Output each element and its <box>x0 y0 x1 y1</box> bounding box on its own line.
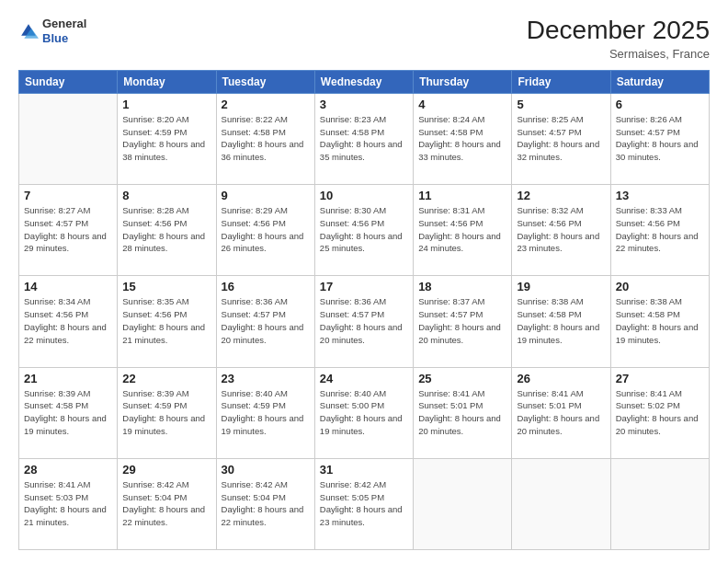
day-cell: 3Sunrise: 8:23 AM Sunset: 4:58 PM Daylig… <box>314 93 413 184</box>
day-cell: 28Sunrise: 8:41 AM Sunset: 5:03 PM Dayli… <box>19 458 118 549</box>
day-info: Sunrise: 8:37 AM Sunset: 4:57 PM Dayligh… <box>418 295 506 346</box>
day-info: Sunrise: 8:40 AM Sunset: 4:59 PM Dayligh… <box>222 387 310 438</box>
day-number: 2 <box>222 98 310 111</box>
day-cell: 10Sunrise: 8:30 AM Sunset: 4:56 PM Dayli… <box>314 185 413 276</box>
day-info: Sunrise: 8:26 AM Sunset: 4:57 PM Dayligh… <box>616 113 704 164</box>
col-monday: Monday <box>118 70 216 93</box>
day-cell: 17Sunrise: 8:36 AM Sunset: 4:57 PM Dayli… <box>314 276 413 367</box>
day-info: Sunrise: 8:28 AM Sunset: 4:56 PM Dayligh… <box>122 204 210 255</box>
day-info: Sunrise: 8:42 AM Sunset: 5:04 PM Dayligh… <box>222 478 310 529</box>
day-number: 24 <box>320 372 408 385</box>
col-friday: Friday <box>512 70 610 93</box>
day-info: Sunrise: 8:30 AM Sunset: 4:56 PM Dayligh… <box>320 204 408 255</box>
day-cell: 9Sunrise: 8:29 AM Sunset: 4:56 PM Daylig… <box>216 185 314 276</box>
day-number: 3 <box>320 98 408 111</box>
day-cell: 7Sunrise: 8:27 AM Sunset: 4:57 PM Daylig… <box>19 185 118 276</box>
day-cell: 15Sunrise: 8:35 AM Sunset: 4:56 PM Dayli… <box>118 276 216 367</box>
week-row-2: 7Sunrise: 8:27 AM Sunset: 4:57 PM Daylig… <box>19 185 710 276</box>
day-number: 27 <box>616 372 704 385</box>
day-info: Sunrise: 8:31 AM Sunset: 4:56 PM Dayligh… <box>418 204 506 255</box>
day-cell: 6Sunrise: 8:26 AM Sunset: 4:57 PM Daylig… <box>610 93 709 184</box>
day-cell: 1Sunrise: 8:20 AM Sunset: 4:59 PM Daylig… <box>118 93 216 184</box>
day-number: 31 <box>320 463 408 477</box>
day-number: 14 <box>24 280 112 293</box>
day-cell: 29Sunrise: 8:42 AM Sunset: 5:04 PM Dayli… <box>118 458 216 549</box>
day-cell: 21Sunrise: 8:39 AM Sunset: 4:58 PM Dayli… <box>19 367 118 458</box>
day-info: Sunrise: 8:38 AM Sunset: 4:58 PM Dayligh… <box>616 295 704 346</box>
day-number: 30 <box>222 463 310 477</box>
day-info: Sunrise: 8:41 AM Sunset: 5:01 PM Dayligh… <box>517 387 605 438</box>
day-info: Sunrise: 8:36 AM Sunset: 4:57 PM Dayligh… <box>222 295 310 346</box>
col-tuesday: Tuesday <box>216 70 314 93</box>
day-info: Sunrise: 8:24 AM Sunset: 4:58 PM Dayligh… <box>418 113 506 164</box>
day-number: 1 <box>122 98 210 111</box>
week-row-5: 28Sunrise: 8:41 AM Sunset: 5:03 PM Dayli… <box>19 458 710 549</box>
day-info: Sunrise: 8:40 AM Sunset: 5:00 PM Dayligh… <box>320 387 408 438</box>
day-number: 9 <box>222 189 310 202</box>
day-cell: 22Sunrise: 8:39 AM Sunset: 4:59 PM Dayli… <box>118 367 216 458</box>
day-cell: 14Sunrise: 8:34 AM Sunset: 4:56 PM Dayli… <box>19 276 118 367</box>
day-info: Sunrise: 8:25 AM Sunset: 4:57 PM Dayligh… <box>517 113 605 164</box>
day-info: Sunrise: 8:42 AM Sunset: 5:05 PM Dayligh… <box>320 478 408 529</box>
col-sunday: Sunday <box>19 70 118 93</box>
logo-blue: Blue <box>42 31 86 46</box>
day-cell: 25Sunrise: 8:41 AM Sunset: 5:01 PM Dayli… <box>414 367 512 458</box>
day-cell: 5Sunrise: 8:25 AM Sunset: 4:57 PM Daylig… <box>512 93 610 184</box>
logo: General Blue <box>18 17 86 45</box>
day-number: 25 <box>418 372 506 385</box>
day-number: 15 <box>122 280 210 293</box>
page: General Blue December 2025 Sermaises, Fr… <box>0 0 728 563</box>
logo-text: General Blue <box>42 17 86 45</box>
week-row-4: 21Sunrise: 8:39 AM Sunset: 4:58 PM Dayli… <box>19 367 710 458</box>
day-number: 28 <box>24 463 112 477</box>
day-info: Sunrise: 8:38 AM Sunset: 4:58 PM Dayligh… <box>517 295 605 346</box>
day-number: 17 <box>320 280 408 293</box>
header-row: Sunday Monday Tuesday Wednesday Thursday… <box>19 70 710 93</box>
day-info: Sunrise: 8:42 AM Sunset: 5:04 PM Dayligh… <box>122 478 210 529</box>
day-cell: 8Sunrise: 8:28 AM Sunset: 4:56 PM Daylig… <box>118 185 216 276</box>
day-cell: 12Sunrise: 8:32 AM Sunset: 4:56 PM Dayli… <box>512 185 610 276</box>
day-cell: 4Sunrise: 8:24 AM Sunset: 4:58 PM Daylig… <box>414 93 512 184</box>
day-number: 18 <box>418 280 506 293</box>
col-thursday: Thursday <box>414 70 512 93</box>
col-wednesday: Wednesday <box>314 70 413 93</box>
calendar-subtitle: Sermaises, France <box>527 47 710 61</box>
day-cell: 13Sunrise: 8:33 AM Sunset: 4:56 PM Dayli… <box>610 185 709 276</box>
day-info: Sunrise: 8:41 AM Sunset: 5:01 PM Dayligh… <box>418 387 506 438</box>
calendar-title: December 2025 <box>527 17 710 45</box>
day-cell: 26Sunrise: 8:41 AM Sunset: 5:01 PM Dayli… <box>512 367 610 458</box>
title-area: December 2025 Sermaises, France <box>527 17 710 61</box>
day-number: 4 <box>418 98 506 111</box>
logo-icon <box>18 21 39 41</box>
col-saturday: Saturday <box>610 70 709 93</box>
day-number: 21 <box>24 372 112 385</box>
day-cell: 23Sunrise: 8:40 AM Sunset: 4:59 PM Dayli… <box>216 367 314 458</box>
day-info: Sunrise: 8:41 AM Sunset: 5:03 PM Dayligh… <box>24 478 112 529</box>
week-row-1: 1Sunrise: 8:20 AM Sunset: 4:59 PM Daylig… <box>19 93 710 184</box>
day-cell: 16Sunrise: 8:36 AM Sunset: 4:57 PM Dayli… <box>216 276 314 367</box>
day-info: Sunrise: 8:22 AM Sunset: 4:58 PM Dayligh… <box>222 113 310 164</box>
day-number: 6 <box>616 98 704 111</box>
day-cell: 27Sunrise: 8:41 AM Sunset: 5:02 PM Dayli… <box>610 367 709 458</box>
logo-general: General <box>42 17 86 31</box>
day-number: 22 <box>122 372 210 385</box>
day-number: 10 <box>320 189 408 202</box>
day-info: Sunrise: 8:39 AM Sunset: 4:58 PM Dayligh… <box>24 387 112 438</box>
day-cell: 11Sunrise: 8:31 AM Sunset: 4:56 PM Dayli… <box>414 185 512 276</box>
day-number: 26 <box>517 372 605 385</box>
day-number: 19 <box>517 280 605 293</box>
day-number: 23 <box>222 372 310 385</box>
day-info: Sunrise: 8:34 AM Sunset: 4:56 PM Dayligh… <box>24 295 112 346</box>
day-cell: 20Sunrise: 8:38 AM Sunset: 4:58 PM Dayli… <box>610 276 709 367</box>
calendar-table: Sunday Monday Tuesday Wednesday Thursday… <box>18 70 710 550</box>
day-cell: 18Sunrise: 8:37 AM Sunset: 4:57 PM Dayli… <box>414 276 512 367</box>
day-number: 16 <box>222 280 310 293</box>
day-cell <box>19 93 118 184</box>
day-info: Sunrise: 8:39 AM Sunset: 4:59 PM Dayligh… <box>122 387 210 438</box>
day-info: Sunrise: 8:41 AM Sunset: 5:02 PM Dayligh… <box>616 387 704 438</box>
day-cell: 30Sunrise: 8:42 AM Sunset: 5:04 PM Dayli… <box>216 458 314 549</box>
day-cell <box>512 458 610 549</box>
day-number: 20 <box>616 280 704 293</box>
day-info: Sunrise: 8:33 AM Sunset: 4:56 PM Dayligh… <box>616 204 704 255</box>
day-cell: 19Sunrise: 8:38 AM Sunset: 4:58 PM Dayli… <box>512 276 610 367</box>
